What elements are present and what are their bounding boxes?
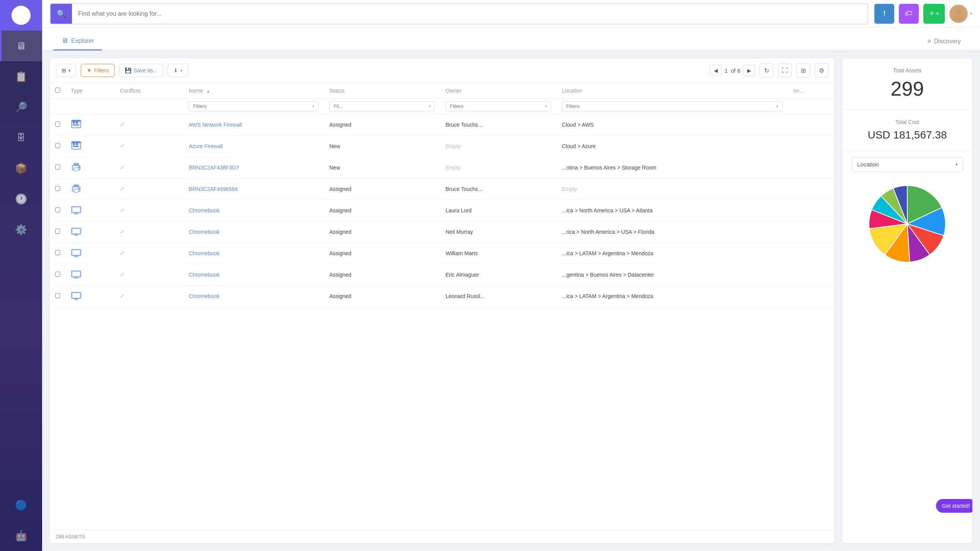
add-button[interactable]: + ▾ xyxy=(923,4,945,24)
total-cost-section: Total Cost USD 181,567.38 xyxy=(842,110,972,151)
grid-view-button[interactable]: ⊞ xyxy=(796,64,810,77)
refresh-button[interactable]: ↻ xyxy=(760,64,773,77)
next-page-button[interactable]: ▶ xyxy=(743,65,755,76)
location-cell: ...ica > LATAM > Argentina > Mendoza xyxy=(557,285,788,307)
location-cell: ...ntina > Buenos Aires > Storage Room xyxy=(557,157,788,178)
tags-button[interactable]: 🏷 xyxy=(899,4,919,24)
im-cell xyxy=(788,178,835,200)
total-assets-label: Total Assets xyxy=(851,67,963,73)
fullscreen-button[interactable]: ⛶ xyxy=(778,64,792,77)
row-checkbox[interactable] xyxy=(55,207,60,212)
export-button[interactable]: ⬇ ▾ xyxy=(168,64,188,77)
sidebar-item-discovery[interactable]: 🔎 xyxy=(0,92,42,122)
pie-chart xyxy=(865,182,949,266)
asset-name[interactable]: Azure Firewall xyxy=(189,143,223,149)
total-assets-value: 299 xyxy=(851,77,963,100)
reports-icon: 📋 xyxy=(15,71,27,83)
sidebar-item-reports[interactable]: 📋 xyxy=(0,61,42,92)
row-checkbox[interactable] xyxy=(55,143,60,148)
main-content: 🔍 ! 🏷 + ▾ ▾ 🖥 Ex xyxy=(42,0,980,551)
prev-page-button[interactable]: ◀ xyxy=(710,65,722,76)
row-checkbox[interactable] xyxy=(55,186,60,191)
svg-rect-22 xyxy=(75,213,78,214)
pagination: ◀ 1 of 6 ▶ xyxy=(710,65,755,76)
tab-discovery[interactable]: ≡ Discovery xyxy=(920,33,969,51)
svg-rect-10 xyxy=(76,143,78,145)
search-button[interactable]: 🔍 xyxy=(51,4,72,24)
explorer-tab-icon: 🖥 xyxy=(61,37,68,45)
asset-name[interactable]: Chromebook xyxy=(189,250,219,256)
svg-rect-34 xyxy=(75,277,78,278)
table-row: ✓Azure FirewallNewEmptyCloud > Azure xyxy=(50,135,835,157)
row-checkbox[interactable] xyxy=(55,250,60,255)
type-icon xyxy=(71,210,82,216)
page-current: 1 xyxy=(725,67,728,74)
owner-cell: William Marts xyxy=(440,243,557,264)
settings-button[interactable]: ⚙ xyxy=(815,64,828,77)
gear-icon: ⚙️ xyxy=(15,224,27,236)
svg-rect-11 xyxy=(73,146,79,147)
row-checkbox[interactable] xyxy=(55,293,60,298)
tab-explorer[interactable]: 🖥 Explorer xyxy=(54,32,102,51)
user-avatar-container[interactable]: ▾ xyxy=(949,5,972,23)
settings-icon: ⚙ xyxy=(819,67,824,74)
select-all-checkbox[interactable] xyxy=(55,88,60,93)
table-panel: ⊞ ▾ ▼ Filters 💾 Save as... ⬇ ▾ ◀ xyxy=(50,58,835,543)
sidebar-logo[interactable] xyxy=(0,0,42,31)
sidebar-item-bot[interactable]: 🤖 xyxy=(0,520,42,551)
notification-button[interactable]: ! xyxy=(874,4,894,24)
save-as-button[interactable]: 💾 Save as... xyxy=(119,64,163,77)
location-selector[interactable]: Location ▾ xyxy=(851,157,963,172)
owner-cell: Eric Almaguer xyxy=(440,264,557,285)
filters-label: Filters xyxy=(94,67,109,73)
assets-count: 299 ASSETS xyxy=(56,534,85,540)
asset-name[interactable]: Chromebook xyxy=(189,293,219,299)
asset-name[interactable]: Chromebook xyxy=(189,229,219,235)
asset-name[interactable]: AWS Network Firewall xyxy=(189,122,242,128)
owner-filter-label: Filters xyxy=(450,103,463,109)
filters-button[interactable]: ▼ Filters xyxy=(81,64,114,77)
search-input[interactable] xyxy=(72,4,867,24)
asset-name[interactable]: BRN3C2AF438F3D7 xyxy=(189,165,239,171)
owner-cell: Laura Lord xyxy=(440,200,557,221)
nav-tabs: 🖥 Explorer ≡ Discovery xyxy=(42,28,980,51)
svg-point-1 xyxy=(956,9,962,15)
get-started-button[interactable]: Get started! xyxy=(936,499,972,513)
status-filter-label: Fil... xyxy=(333,103,343,109)
asset-name[interactable]: Chromebook xyxy=(189,272,219,278)
asset-name[interactable]: Chromebook xyxy=(189,207,219,214)
location-cell: ...ica > North America > USA > Atlanta xyxy=(557,200,788,221)
owner-filter[interactable]: Filters ▾ xyxy=(446,101,551,111)
svg-point-0 xyxy=(19,13,23,18)
im-cell xyxy=(788,200,835,221)
status-cell: Assigned xyxy=(324,264,440,285)
location-filter[interactable]: Filters ▾ xyxy=(562,101,783,111)
svg-rect-14 xyxy=(74,163,79,166)
sort-icon: ▲ xyxy=(206,89,210,93)
sidebar-item-packages[interactable]: 📦 xyxy=(0,153,42,184)
col-status: Status xyxy=(324,83,440,99)
sidebar-item-assets[interactable]: 🖥 xyxy=(0,31,42,61)
svg-point-2 xyxy=(954,16,964,21)
asset-name[interactable]: BRN3C2AF4696584 xyxy=(189,186,238,192)
conflict-cell: ✓ xyxy=(114,200,183,221)
location-cell: ...rica > North America > USA > Florida xyxy=(557,221,788,243)
svg-rect-35 xyxy=(74,278,79,279)
name-filter[interactable]: Filters ▾ xyxy=(189,101,318,111)
svg-rect-28 xyxy=(72,229,80,233)
row-checkbox[interactable] xyxy=(55,272,60,277)
view-selector-button[interactable]: ⊞ ▾ xyxy=(56,64,76,77)
sidebar-item-settings[interactable]: ⚙️ xyxy=(0,214,42,245)
row-checkbox[interactable] xyxy=(55,229,60,234)
im-cell xyxy=(788,221,835,243)
location-cell: Cloud > AWS xyxy=(557,114,788,135)
row-checkbox[interactable] xyxy=(55,165,60,170)
sidebar-item-database[interactable]: 🗄 xyxy=(0,122,42,153)
svg-rect-32 xyxy=(72,250,80,255)
sidebar-item-monitoring[interactable]: 🔵 xyxy=(0,490,42,520)
sidebar-item-clock[interactable]: 🕐 xyxy=(0,184,42,214)
status-cell: New xyxy=(324,135,440,157)
col-name[interactable]: Name ▲ xyxy=(183,83,324,99)
row-checkbox[interactable] xyxy=(55,122,60,127)
status-filter[interactable]: Fil... ▾ xyxy=(329,101,435,111)
